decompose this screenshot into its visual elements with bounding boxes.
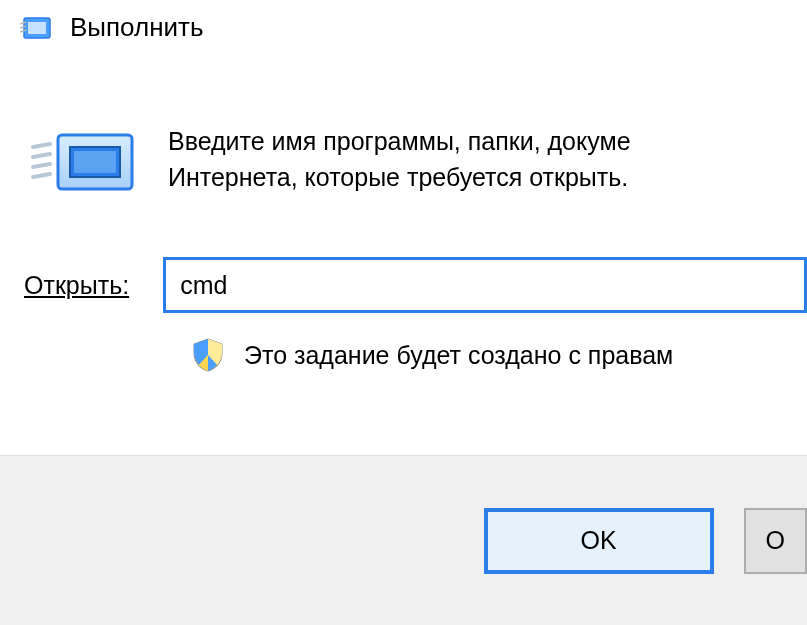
run-icon-small: [20, 14, 54, 42]
svg-rect-1: [28, 22, 46, 34]
run-icon: [30, 127, 140, 197]
ok-button-label: OK: [580, 526, 616, 555]
open-label: Открыть:: [24, 271, 129, 300]
svg-rect-4: [74, 151, 116, 173]
ok-button[interactable]: OK: [484, 508, 714, 574]
cancel-button-label: О: [766, 526, 785, 555]
cancel-button[interactable]: О: [744, 508, 807, 574]
titlebar: Выполнить: [0, 0, 807, 53]
window-title: Выполнить: [70, 12, 204, 43]
admin-privilege-row: Это задание будет создано с правам: [190, 337, 807, 373]
dialog-footer: OK О: [0, 455, 807, 625]
dialog-content: Введите имя программы, папки, докуме Инт…: [0, 53, 807, 197]
input-row: Открыть:: [24, 257, 807, 313]
admin-privilege-text: Это задание будет создано с правам: [244, 341, 673, 370]
command-input[interactable]: [163, 257, 807, 313]
description-text: Введите имя программы, папки, докуме Инт…: [168, 123, 631, 197]
shield-icon: [190, 337, 226, 373]
